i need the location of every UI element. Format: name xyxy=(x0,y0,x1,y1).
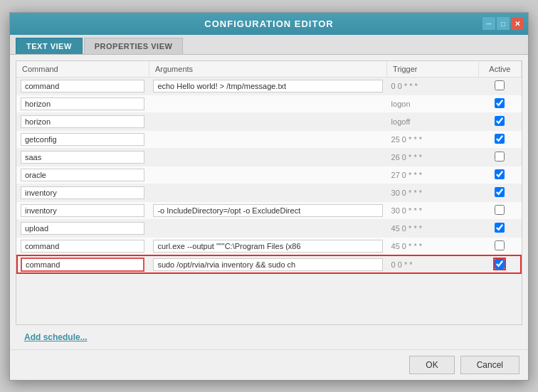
active-checkbox[interactable] xyxy=(495,80,505,90)
table-row: 30 0 * * * xyxy=(16,201,522,219)
minimize-button[interactable]: ─ xyxy=(482,17,495,30)
close-button[interactable]: ✕ xyxy=(511,17,524,30)
ok-button[interactable]: OK xyxy=(409,356,454,374)
restore-button[interactable]: □ xyxy=(497,17,510,30)
trigger-cell: 0 0 * * * xyxy=(387,77,479,95)
arguments-input[interactable] xyxy=(153,80,382,92)
command-input[interactable] xyxy=(21,151,144,164)
trigger-cell: logon xyxy=(387,95,479,112)
active-checkbox[interactable] xyxy=(495,116,505,126)
active-checkbox[interactable] xyxy=(495,223,505,233)
command-input[interactable] xyxy=(21,133,144,146)
command-input[interactable] xyxy=(21,222,144,235)
dialog-footer: OK Cancel xyxy=(10,349,528,380)
add-schedule-link[interactable]: Add schedule... xyxy=(17,328,95,346)
content-area: Command Arguments Trigger Active 0 0 * *… xyxy=(10,55,528,349)
arguments-input[interactable] xyxy=(153,240,382,253)
dialog-title: CONFIGURATION EDITOR xyxy=(204,18,333,29)
configuration-editor-dialog: CONFIGURATION EDITOR ─ □ ✕ TEXT VIEW PRO… xyxy=(9,12,529,381)
table-row: 26 0 * * * xyxy=(16,148,522,166)
table-row: 0 0 * * * xyxy=(16,77,522,95)
table-row: 30 0 * * * xyxy=(16,184,522,201)
schedule-table-container: Command Arguments Trigger Active 0 0 * *… xyxy=(16,60,522,325)
header-active: Active xyxy=(478,61,521,78)
active-checkbox[interactable] xyxy=(495,205,505,215)
command-input[interactable] xyxy=(21,258,144,272)
trigger-cell: 27 0 * * * xyxy=(387,166,479,184)
command-input[interactable] xyxy=(21,240,144,253)
table-row: logoff xyxy=(16,112,522,130)
active-checkbox[interactable] xyxy=(495,169,505,179)
table-row: 27 0 * * * xyxy=(16,166,522,184)
trigger-cell: 45 0 * * * xyxy=(387,237,479,255)
trigger-cell: 25 0 * * * xyxy=(387,130,479,148)
table-row: 0 0 * * xyxy=(16,255,522,274)
table-row: 45 0 * * * xyxy=(16,219,522,237)
add-schedule-container: Add schedule... xyxy=(10,325,528,349)
title-bar-controls: ─ □ ✕ xyxy=(482,17,524,30)
header-trigger: Trigger xyxy=(387,61,479,78)
arguments-input[interactable] xyxy=(153,204,382,217)
trigger-cell: 0 0 * * xyxy=(387,255,479,274)
tab-bar: TEXT VIEW PROPERTIES VIEW xyxy=(10,35,528,55)
active-checkbox[interactable] xyxy=(495,259,505,269)
command-input[interactable] xyxy=(21,80,144,92)
active-checkbox[interactable] xyxy=(495,187,505,197)
arguments-input[interactable] xyxy=(153,258,382,271)
active-checkbox[interactable] xyxy=(495,240,505,250)
command-input[interactable] xyxy=(21,169,144,181)
active-checkbox[interactable] xyxy=(495,98,505,108)
tab-properties-view[interactable]: PROPERTIES VIEW xyxy=(84,38,184,54)
title-bar: CONFIGURATION EDITOR ─ □ ✕ xyxy=(10,13,528,35)
trigger-cell: 26 0 * * * xyxy=(387,148,479,166)
table-row: 45 0 * * * xyxy=(16,237,522,255)
header-arguments: Arguments xyxy=(149,61,386,78)
command-input[interactable] xyxy=(21,115,144,128)
trigger-cell: logoff xyxy=(387,112,479,130)
active-checkbox[interactable] xyxy=(495,134,505,144)
tab-text-view[interactable]: TEXT VIEW xyxy=(16,38,83,54)
trigger-cell: 45 0 * * * xyxy=(387,219,479,237)
table-row: logon xyxy=(16,95,522,112)
command-input[interactable] xyxy=(21,204,144,217)
table-row: 25 0 * * * xyxy=(16,130,522,148)
command-input[interactable] xyxy=(21,186,144,199)
schedule-table: Command Arguments Trigger Active 0 0 * *… xyxy=(16,61,522,275)
active-checkbox[interactable] xyxy=(495,152,505,161)
header-command: Command xyxy=(16,61,149,78)
trigger-cell: 30 0 * * * xyxy=(387,201,479,219)
cancel-button[interactable]: Cancel xyxy=(460,356,519,374)
command-input[interactable] xyxy=(21,97,144,110)
schedule-table-scroll[interactable]: Command Arguments Trigger Active 0 0 * *… xyxy=(16,61,522,324)
trigger-cell: 30 0 * * * xyxy=(387,184,479,201)
